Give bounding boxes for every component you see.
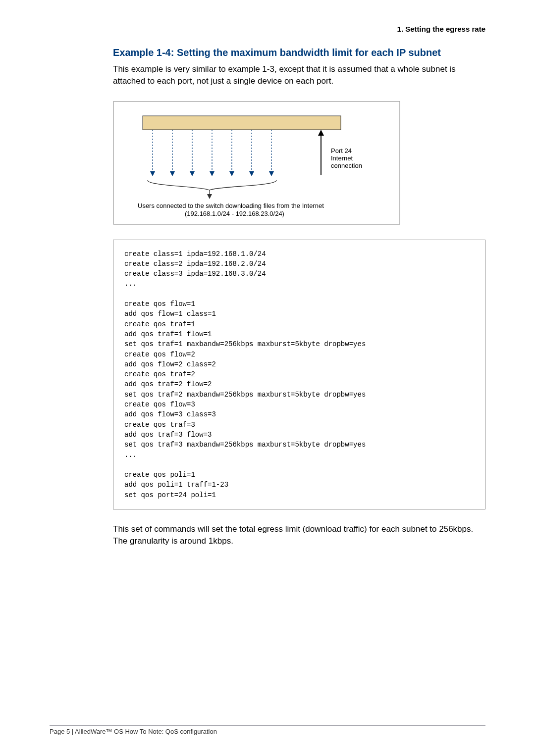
- svg-marker-9: [150, 171, 155, 176]
- svg-marker-12: [210, 171, 214, 176]
- diagram-port-label-2: Internet: [331, 154, 353, 162]
- network-diagram: Port 24 Internet connection Users connec…: [113, 101, 485, 225]
- section-header: 1. Setting the egress rate: [50, 25, 485, 33]
- diagram-caption-1: Users connected to the switch downloadin…: [138, 202, 324, 209]
- page: 1. Setting the egress rate Example 1-4: …: [0, 0, 535, 756]
- outro-paragraph: This set of commands will set the total …: [113, 523, 485, 547]
- diagram-caption-2: (192.168.1.0/24 - 192.168.23.0/24): [185, 210, 284, 217]
- svg-marker-15: [269, 171, 274, 176]
- page-footer: Page 5 | AlliedWare™ OS How To Note: QoS…: [50, 725, 485, 735]
- diagram-port-label-3: connection: [331, 162, 362, 169]
- svg-rect-1: [143, 116, 341, 130]
- svg-marker-14: [249, 171, 254, 176]
- svg-marker-19: [207, 194, 212, 199]
- svg-marker-13: [229, 171, 234, 176]
- example-title: Example 1-4: Setting the maximum bandwid…: [113, 47, 485, 58]
- diagram-port-label-1: Port 24: [331, 147, 352, 154]
- svg-marker-17: [318, 130, 324, 136]
- svg-marker-11: [190, 171, 195, 176]
- code-block: create class=1 ipda=192.168.1.0/24 creat…: [113, 240, 485, 509]
- svg-marker-10: [170, 171, 175, 176]
- intro-paragraph: This example is very similar to example …: [113, 63, 485, 87]
- diagram-svg: Port 24 Internet connection Users connec…: [113, 101, 400, 225]
